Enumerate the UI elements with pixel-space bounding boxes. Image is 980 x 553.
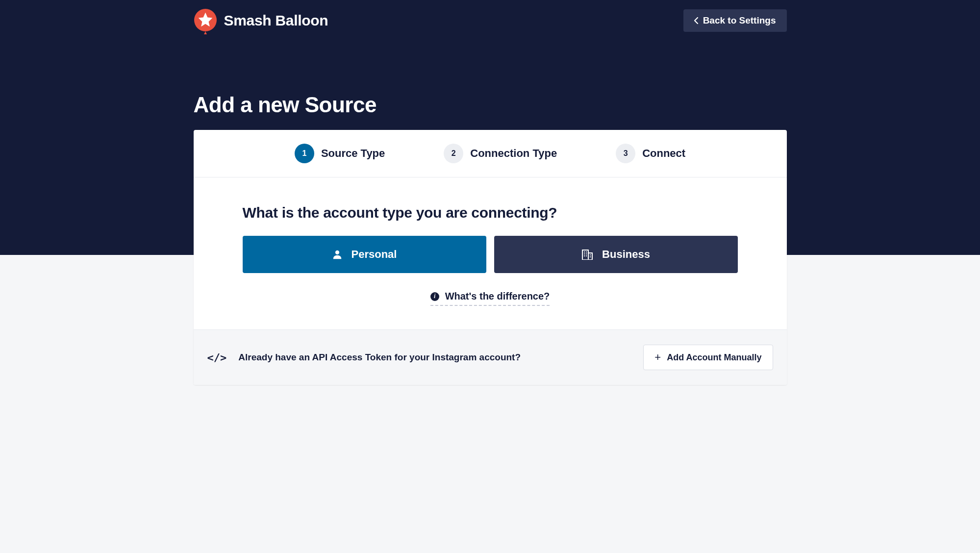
back-button-label: Back to Settings [703, 15, 776, 26]
top-bar: Smash Balloon Back to Settings [194, 0, 787, 41]
step-connect[interactable]: 3 Connect [616, 144, 685, 163]
account-type-choices: Personal Business [243, 236, 738, 273]
business-account-button[interactable]: Business [494, 236, 738, 273]
api-token-prompt: Already have an API Access Token for you… [238, 352, 521, 363]
step-number: 1 [295, 144, 314, 163]
svg-rect-9 [586, 255, 587, 256]
step-label: Connect [642, 147, 685, 160]
step-number: 3 [616, 144, 635, 163]
brand-name: Smash Balloon [224, 12, 328, 29]
source-wizard-card: 1 Source Type 2 Connection Type 3 Connec… [194, 130, 787, 385]
wizard-steps: 1 Source Type 2 Connection Type 3 Connec… [194, 130, 787, 177]
svg-point-1 [335, 251, 339, 254]
personal-label: Personal [352, 248, 397, 261]
svg-rect-10 [590, 254, 591, 255]
plus-icon: + [654, 352, 661, 363]
svg-rect-8 [584, 255, 585, 256]
chevron-left-icon [694, 17, 698, 24]
whats-the-difference-link[interactable]: i What's the difference? [430, 291, 550, 306]
svg-rect-2 [582, 250, 588, 260]
page-title: Add a new Source [194, 93, 787, 117]
add-account-manually-button[interactable]: + Add Account Manually [643, 345, 773, 370]
card-footer: </> Already have an API Access Token for… [194, 329, 787, 385]
brand-logo: Smash Balloon [194, 9, 328, 32]
svg-rect-5 [586, 251, 587, 252]
personal-account-button[interactable]: Personal [243, 236, 486, 273]
svg-rect-11 [590, 256, 591, 257]
svg-rect-7 [586, 253, 587, 254]
step-label: Source Type [321, 147, 385, 160]
building-icon [581, 249, 593, 260]
info-icon: i [430, 292, 439, 301]
svg-rect-4 [584, 251, 585, 252]
person-icon [332, 249, 343, 260]
svg-rect-6 [584, 253, 585, 254]
step-label: Connection Type [470, 147, 557, 160]
step-connection-type[interactable]: 2 Connection Type [444, 144, 557, 163]
balloon-icon [194, 9, 217, 32]
business-label: Business [602, 248, 650, 261]
manual-button-label: Add Account Manually [667, 352, 761, 363]
step-source-type[interactable]: 1 Source Type [295, 144, 385, 163]
back-to-settings-button[interactable]: Back to Settings [683, 9, 787, 32]
card-body: What is the account type you are connect… [194, 177, 787, 329]
difference-link-label: What's the difference? [445, 291, 550, 302]
step-number: 2 [444, 144, 463, 163]
account-type-question: What is the account type you are connect… [243, 204, 738, 221]
code-icon: </> [207, 352, 227, 364]
